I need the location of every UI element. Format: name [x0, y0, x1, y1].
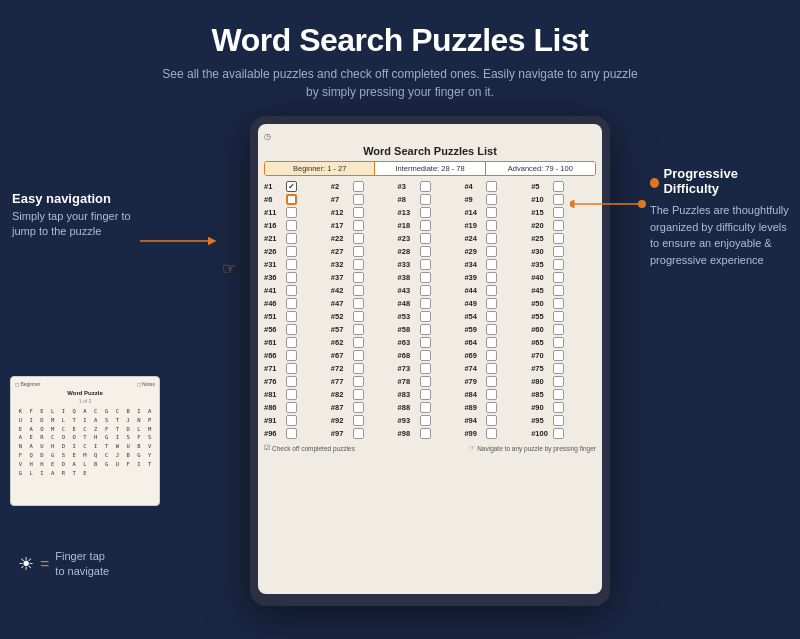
puzzle-cell[interactable]: #90: [531, 402, 596, 413]
puzzle-checkbox[interactable]: [286, 428, 297, 439]
puzzle-checkbox[interactable]: [353, 376, 364, 387]
puzzle-checkbox[interactable]: [553, 207, 564, 218]
puzzle-checkbox[interactable]: [286, 259, 297, 270]
puzzle-checkbox[interactable]: [486, 272, 497, 283]
puzzle-checkbox[interactable]: [486, 233, 497, 244]
puzzle-cell[interactable]: #95: [531, 415, 596, 426]
puzzle-cell[interactable]: #88: [398, 402, 463, 413]
puzzle-checkbox[interactable]: [420, 389, 431, 400]
puzzle-checkbox[interactable]: [420, 207, 431, 218]
puzzle-checkbox[interactable]: [486, 376, 497, 387]
puzzle-checkbox[interactable]: [353, 246, 364, 257]
puzzle-cell[interactable]: #57: [331, 324, 396, 335]
puzzle-cell[interactable]: #100: [531, 428, 596, 439]
puzzle-cell[interactable]: #17: [331, 220, 396, 231]
puzzle-cell[interactable]: #64: [464, 337, 529, 348]
puzzle-cell[interactable]: #98: [398, 428, 463, 439]
puzzle-cell[interactable]: #35: [531, 259, 596, 270]
puzzle-cell[interactable]: #62: [331, 337, 396, 348]
puzzle-cell[interactable]: #74: [464, 363, 529, 374]
puzzle-checkbox[interactable]: [353, 285, 364, 296]
puzzle-cell[interactable]: #65: [531, 337, 596, 348]
puzzle-checkbox[interactable]: [286, 207, 297, 218]
puzzle-cell[interactable]: #21: [264, 233, 329, 244]
puzzle-cell[interactable]: #97: [331, 428, 396, 439]
puzzle-cell[interactable]: #48: [398, 298, 463, 309]
puzzle-checkbox[interactable]: [353, 220, 364, 231]
puzzle-checkbox[interactable]: [553, 350, 564, 361]
puzzle-checkbox[interactable]: [553, 337, 564, 348]
puzzle-cell[interactable]: #84: [464, 389, 529, 400]
puzzle-checkbox[interactable]: [553, 285, 564, 296]
puzzle-cell[interactable]: #30: [531, 246, 596, 257]
puzzle-checkbox[interactable]: [420, 220, 431, 231]
puzzle-cell[interactable]: #28: [398, 246, 463, 257]
puzzle-cell[interactable]: #46: [264, 298, 329, 309]
puzzle-checkbox[interactable]: [486, 298, 497, 309]
puzzle-checkbox[interactable]: [420, 259, 431, 270]
puzzle-cell[interactable]: #54: [464, 311, 529, 322]
puzzle-checkbox[interactable]: [286, 311, 297, 322]
puzzle-checkbox[interactable]: [486, 389, 497, 400]
difficulty-advanced[interactable]: Advanced: 79 - 100: [486, 162, 595, 175]
puzzle-cell[interactable]: #37: [331, 272, 396, 283]
puzzle-checkbox[interactable]: [353, 402, 364, 413]
puzzle-checkbox[interactable]: [486, 428, 497, 439]
puzzle-cell[interactable]: #49: [464, 298, 529, 309]
puzzle-cell[interactable]: #19: [464, 220, 529, 231]
puzzle-cell[interactable]: #75: [531, 363, 596, 374]
puzzle-checkbox[interactable]: [353, 337, 364, 348]
puzzle-checkbox[interactable]: [286, 194, 297, 205]
puzzle-cell[interactable]: #23: [398, 233, 463, 244]
puzzle-cell[interactable]: #5: [531, 181, 596, 192]
puzzle-checkbox[interactable]: [420, 350, 431, 361]
puzzle-cell[interactable]: #60: [531, 324, 596, 335]
puzzle-checkbox[interactable]: [353, 389, 364, 400]
puzzle-checkbox[interactable]: [353, 207, 364, 218]
puzzle-cell[interactable]: #76: [264, 376, 329, 387]
puzzle-cell[interactable]: #63: [398, 337, 463, 348]
puzzle-checkbox[interactable]: [553, 259, 564, 270]
puzzle-checkbox[interactable]: [353, 324, 364, 335]
puzzle-checkbox[interactable]: [420, 363, 431, 374]
puzzle-checkbox[interactable]: [486, 220, 497, 231]
puzzle-checkbox[interactable]: [286, 298, 297, 309]
puzzle-cell[interactable]: #56: [264, 324, 329, 335]
puzzle-checkbox[interactable]: [353, 259, 364, 270]
puzzle-cell[interactable]: #9: [464, 194, 529, 205]
puzzle-cell[interactable]: #67: [331, 350, 396, 361]
puzzle-checkbox[interactable]: [420, 337, 431, 348]
puzzle-cell[interactable]: #24: [464, 233, 529, 244]
puzzle-checkbox[interactable]: [286, 285, 297, 296]
puzzle-checkbox[interactable]: [553, 415, 564, 426]
puzzle-checkbox[interactable]: [286, 337, 297, 348]
puzzle-cell[interactable]: #43: [398, 285, 463, 296]
puzzle-cell[interactable]: #26: [264, 246, 329, 257]
puzzle-cell[interactable]: #42: [331, 285, 396, 296]
difficulty-beginner[interactable]: Beginner: 1 - 27: [265, 162, 375, 175]
puzzle-checkbox[interactable]: [486, 285, 497, 296]
puzzle-checkbox[interactable]: [553, 363, 564, 374]
puzzle-cell[interactable]: #58: [398, 324, 463, 335]
puzzle-cell[interactable]: #47: [331, 298, 396, 309]
puzzle-cell[interactable]: #12: [331, 207, 396, 218]
puzzle-checkbox[interactable]: [486, 324, 497, 335]
puzzle-cell[interactable]: #55: [531, 311, 596, 322]
puzzle-cell[interactable]: #78: [398, 376, 463, 387]
puzzle-checkbox[interactable]: [420, 272, 431, 283]
puzzle-checkbox[interactable]: [486, 415, 497, 426]
puzzle-cell[interactable]: #52: [331, 311, 396, 322]
puzzle-checkbox[interactable]: [553, 233, 564, 244]
puzzle-checkbox[interactable]: [420, 194, 431, 205]
puzzle-cell[interactable]: #25: [531, 233, 596, 244]
puzzle-cell[interactable]: #51: [264, 311, 329, 322]
puzzle-cell[interactable]: #29: [464, 246, 529, 257]
puzzle-cell[interactable]: #93: [398, 415, 463, 426]
puzzle-cell[interactable]: #53: [398, 311, 463, 322]
puzzle-cell[interactable]: #86: [264, 402, 329, 413]
puzzle-checkbox[interactable]: [420, 181, 431, 192]
puzzle-cell[interactable]: #50: [531, 298, 596, 309]
puzzle-checkbox[interactable]: [420, 233, 431, 244]
puzzle-checkbox[interactable]: [420, 428, 431, 439]
puzzle-checkbox[interactable]: [420, 311, 431, 322]
